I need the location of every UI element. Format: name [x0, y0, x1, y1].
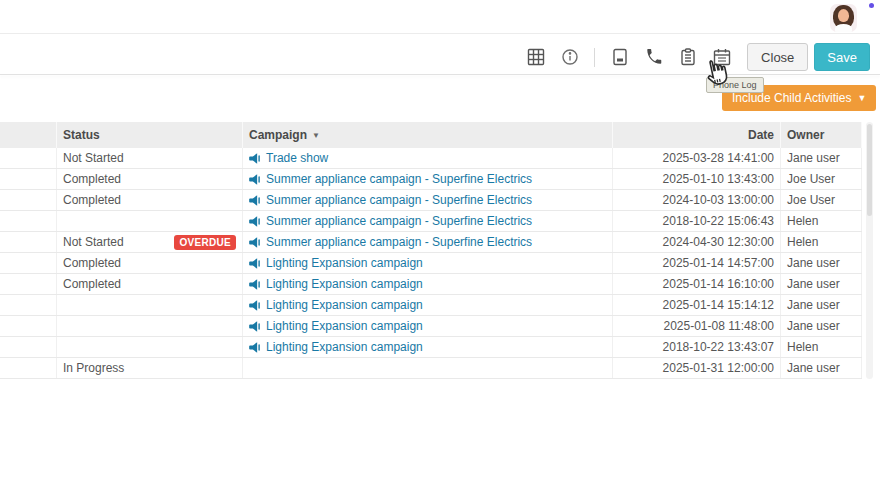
- campaign-link-label: Summer appliance campaign - Superfine El…: [266, 172, 532, 186]
- row-select-cell[interactable]: [0, 358, 57, 378]
- campaign-link[interactable]: Summer appliance campaign - Superfine El…: [249, 235, 532, 249]
- row-select-cell[interactable]: [0, 316, 57, 336]
- campaign-link-label: Lighting Expansion campaign: [266, 319, 423, 333]
- megaphone-icon: [249, 153, 261, 164]
- column-header-campaign[interactable]: Campaign ▼: [243, 122, 613, 148]
- status-cell: [57, 316, 243, 336]
- owner-cell: Jane user: [781, 274, 862, 294]
- row-select-cell[interactable]: [0, 295, 57, 315]
- campaign-link[interactable]: Lighting Expansion campaign: [249, 319, 423, 333]
- date-value: 2025-01-08 11:48:00: [663, 319, 774, 333]
- close-button[interactable]: Close: [747, 43, 808, 71]
- column-header-owner[interactable]: Owner: [781, 122, 862, 148]
- status-cell: Completed: [57, 169, 243, 189]
- activity-toolbar: Close Save: [526, 40, 870, 74]
- owner-cell: Joe User: [781, 169, 862, 189]
- row-select-cell[interactable]: [0, 211, 57, 231]
- campaign-link[interactable]: Lighting Expansion campaign: [249, 277, 423, 291]
- owner-cell: Jane user: [781, 253, 862, 273]
- row-select-cell[interactable]: [0, 253, 57, 273]
- row-select-cell[interactable]: [0, 337, 57, 357]
- owner-cell: Helen: [781, 211, 862, 231]
- date-value: 2025-03-28 14:41:00: [663, 151, 774, 165]
- campaign-cell: Trade show: [243, 148, 613, 168]
- notes-document-icon[interactable]: [610, 48, 629, 67]
- tasks-clipboard-icon[interactable]: [678, 48, 697, 67]
- campaign-cell: Summer appliance campaign - Superfine El…: [243, 190, 613, 210]
- notification-dot: [869, 3, 874, 8]
- row-select-cell[interactable]: [0, 232, 57, 252]
- date-value: 2024-04-30 12:30:00: [663, 235, 774, 249]
- table-row[interactable]: Lighting Expansion campaign 2025-01-08 1…: [0, 316, 862, 337]
- status-cell: In Progress: [57, 358, 243, 378]
- avatar-shoulders: [835, 24, 852, 32]
- campaign-cell: Lighting Expansion campaign: [243, 295, 613, 315]
- campaign-link-label: Summer appliance campaign - Superfine El…: [266, 193, 532, 207]
- owner-cell: Helen: [781, 337, 862, 357]
- table-row[interactable]: Lighting Expansion campaign 2018-10-22 1…: [0, 337, 862, 358]
- megaphone-icon: [249, 342, 261, 353]
- table-row[interactable]: Completed Summer appliance campaign - Su…: [0, 169, 862, 190]
- campaign-link-label: Lighting Expansion campaign: [266, 256, 423, 270]
- status-cell: Completed: [57, 253, 243, 273]
- row-select-cell[interactable]: [0, 190, 57, 210]
- table-row[interactable]: In Progress 2025-01-31 12:00:00 Jane use…: [0, 358, 862, 379]
- date-cell: 2025-03-28 14:41:00: [613, 148, 781, 168]
- campaign-cell: [243, 358, 613, 378]
- avatar-face: [838, 9, 849, 22]
- status-label: Not Started: [63, 235, 124, 249]
- sort-caret-icon: ▼: [312, 131, 320, 140]
- status-cell: Not Started OVERDUE: [57, 232, 243, 252]
- phone-call-icon[interactable]: [644, 48, 663, 67]
- status-cell: [57, 337, 243, 357]
- campaign-link[interactable]: Summer appliance campaign - Superfine El…: [249, 214, 532, 228]
- owner-value: Jane user: [787, 361, 840, 375]
- campaign-link[interactable]: Summer appliance campaign - Superfine El…: [249, 172, 532, 186]
- status-label: Completed: [63, 277, 121, 291]
- campaign-link[interactable]: Lighting Expansion campaign: [249, 256, 423, 270]
- table-row[interactable]: Completed Summer appliance campaign - Su…: [0, 190, 862, 211]
- owner-value: Joe User: [787, 193, 835, 207]
- status-cell: [57, 211, 243, 231]
- date-cell: 2024-04-30 12:30:00: [613, 232, 781, 252]
- campaign-link[interactable]: Summer appliance campaign - Superfine El…: [249, 193, 532, 207]
- campaign-link-label: Summer appliance campaign - Superfine El…: [266, 214, 532, 228]
- owner-cell: Joe User: [781, 190, 862, 210]
- row-select-cell[interactable]: [0, 169, 57, 189]
- table-row[interactable]: Lighting Expansion campaign 2025-01-14 1…: [0, 295, 862, 316]
- row-select-cell[interactable]: [0, 148, 57, 168]
- owner-value: Jane user: [787, 298, 840, 312]
- row-select-cell[interactable]: [0, 274, 57, 294]
- megaphone-icon: [249, 237, 261, 248]
- table-row[interactable]: Not Started Trade show 2025-03-28 14:41:…: [0, 148, 862, 169]
- owner-cell: Helen: [781, 232, 862, 252]
- table-grid-icon[interactable]: [526, 48, 545, 67]
- avatar[interactable]: [830, 4, 857, 32]
- table-row[interactable]: Summer appliance campaign - Superfine El…: [0, 211, 862, 232]
- table-row[interactable]: Completed Lighting Expansion campaign 20…: [0, 253, 862, 274]
- table-row[interactable]: Not Started OVERDUE Summer appliance cam…: [0, 232, 862, 253]
- info-icon[interactable]: [560, 48, 579, 67]
- vertical-scrollbar[interactable]: [866, 122, 873, 379]
- save-button[interactable]: Save: [814, 43, 870, 71]
- column-header-empty: [0, 122, 57, 148]
- status-cell: [57, 295, 243, 315]
- column-header-status[interactable]: Status: [57, 122, 243, 148]
- table-row[interactable]: Completed Lighting Expansion campaign 20…: [0, 274, 862, 295]
- date-value: 2025-01-14 15:14:12: [663, 298, 774, 312]
- status-label: Completed: [63, 193, 121, 207]
- campaign-link[interactable]: Lighting Expansion campaign: [249, 298, 423, 312]
- owner-cell: Jane user: [781, 148, 862, 168]
- campaign-cell: Lighting Expansion campaign: [243, 337, 613, 357]
- campaign-link[interactable]: Trade show: [249, 151, 328, 165]
- campaign-link-label: Lighting Expansion campaign: [266, 277, 423, 291]
- megaphone-icon: [249, 216, 261, 227]
- scrollbar-thumb[interactable]: [867, 124, 872, 216]
- column-header-date[interactable]: Date: [613, 122, 781, 148]
- owner-cell: Jane user: [781, 316, 862, 336]
- status-label: In Progress: [63, 361, 124, 375]
- campaign-link[interactable]: Lighting Expansion campaign: [249, 340, 423, 354]
- date-cell: 2025-01-10 13:43:00: [613, 169, 781, 189]
- megaphone-icon: [249, 258, 261, 269]
- owner-value: Joe User: [787, 172, 835, 186]
